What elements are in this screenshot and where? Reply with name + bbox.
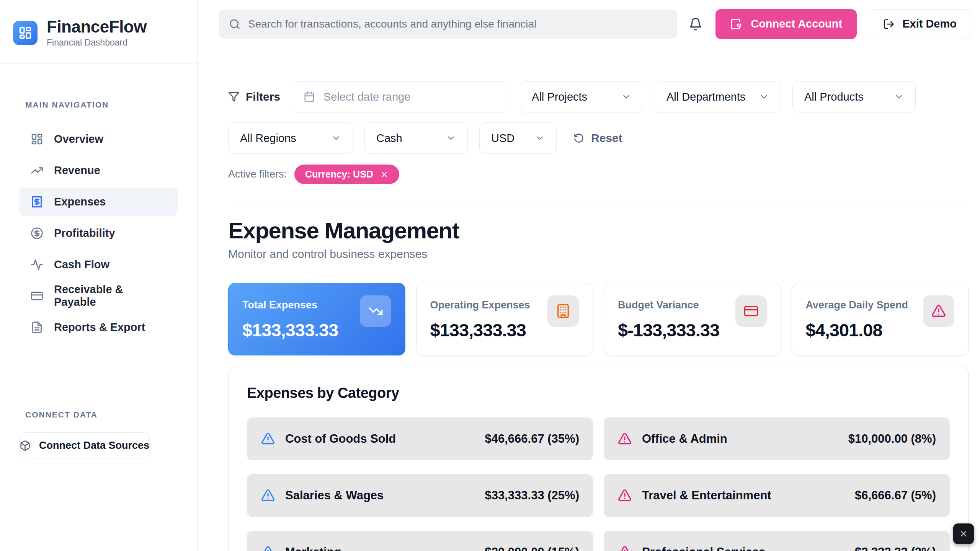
method-filter-dropdown[interactable]: Cash xyxy=(364,122,468,154)
nav-section-heading: MAIN NAVIGATION xyxy=(0,100,197,109)
region-filter-dropdown[interactable]: All Regions xyxy=(228,122,353,154)
receipt-icon xyxy=(31,196,43,208)
stat-icon-box xyxy=(923,295,954,327)
sidebar-item-label: Revenue xyxy=(54,164,100,177)
main-content: Filters Select date range All Projects A… xyxy=(198,48,980,551)
close-icon[interactable] xyxy=(380,170,389,179)
chevron-down-icon xyxy=(446,133,456,143)
search-bar[interactable] xyxy=(219,10,677,39)
category-name: Marketing xyxy=(285,545,341,551)
sidebar-item-overview[interactable]: Overview xyxy=(19,125,178,153)
main-navigation: Overview Revenue Expenses Profitability … xyxy=(0,125,197,341)
sidebar-item-revenue[interactable]: Revenue xyxy=(19,156,178,184)
chevron-down-icon xyxy=(331,133,341,143)
search-input[interactable] xyxy=(248,18,667,30)
product-filter-value: All Products xyxy=(804,91,864,103)
sidebar-item-reports-export[interactable]: Reports & Export xyxy=(19,313,178,341)
category-grid: Cost of Goods Sold $46,666.67 (35%) Offi… xyxy=(247,417,950,551)
reset-filters-button[interactable]: Reset xyxy=(573,132,622,145)
sidebar-item-label: Profitability xyxy=(54,227,115,240)
sidebar-item-label: Expenses xyxy=(54,196,106,208)
currency-filter-dropdown[interactable]: USD xyxy=(479,122,557,154)
category-name: Travel & Entertainment xyxy=(642,489,771,502)
category-row-travel-entertainment: Travel & Entertainment $6,666.67 (5%) xyxy=(604,474,950,517)
connect-account-button[interactable]: Connect Account xyxy=(715,9,857,39)
sidebar-item-label: Receivable & Payable xyxy=(54,283,167,308)
filter-icon xyxy=(228,91,240,103)
alert-triangle-icon xyxy=(617,488,632,503)
chevron-down-icon xyxy=(894,92,904,102)
department-filter-value: All Departments xyxy=(666,91,745,103)
product-filter-dropdown[interactable]: All Products xyxy=(792,81,916,112)
sidebar-item-receivable-payable[interactable]: Receivable & Payable xyxy=(19,282,178,310)
topbar-actions: Connect Account Exit Demo xyxy=(689,9,970,39)
department-filter-dropdown[interactable]: All Departments xyxy=(655,81,781,112)
filters-row-1: Filters Select date range All Projects A… xyxy=(228,81,969,112)
category-value: $20,000.00 (15%) xyxy=(485,545,579,551)
layout-dashboard-icon xyxy=(31,133,43,145)
date-range-placeholder: Select date range xyxy=(323,91,410,103)
date-range-picker[interactable]: Select date range xyxy=(292,81,508,112)
exit-demo-button[interactable]: Exit Demo xyxy=(870,9,970,39)
logout-icon xyxy=(883,18,895,30)
app-logo xyxy=(13,21,38,45)
project-filter-dropdown[interactable]: All Projects xyxy=(520,81,643,112)
trending-up-icon xyxy=(31,164,43,177)
category-name: Office & Admin xyxy=(642,432,727,446)
sidebar-item-label: Reports & Export xyxy=(54,321,145,334)
sidebar-item-label: Overview xyxy=(54,133,103,145)
category-name: Professional Services xyxy=(642,545,765,551)
category-name: Cost of Goods Sold xyxy=(285,432,396,446)
alert-triangle-icon xyxy=(261,488,275,503)
chevron-down-icon xyxy=(535,133,545,143)
category-value: $33,333.33 (25%) xyxy=(485,489,579,502)
active-filters: Active filters: Currency: USD xyxy=(228,165,969,184)
wallet-icon xyxy=(730,18,742,30)
connect-account-label: Connect Account xyxy=(751,18,842,30)
category-value: $10,000.00 (8%) xyxy=(848,432,936,446)
currency-filter-chip[interactable]: Currency: USD xyxy=(294,165,399,184)
chevron-down-icon xyxy=(621,92,631,102)
package-icon xyxy=(20,440,31,451)
sidebar-item-expenses[interactable]: Expenses xyxy=(19,187,178,216)
stat-card-total-expenses[interactable]: Total Expenses $133,333.33 xyxy=(228,283,405,355)
category-value: $6,666.67 (5%) xyxy=(855,489,936,502)
category-row-salaries-wages: Salaries & Wages $33,333.33 (25%) xyxy=(247,474,593,517)
brand: FinanceFlow Financial Dashboard xyxy=(0,0,197,64)
sidebar-item-cash-flow[interactable]: Cash Flow xyxy=(19,250,178,279)
notifications-button[interactable] xyxy=(689,17,702,31)
bell-icon xyxy=(689,17,702,31)
stat-label: Budget Variance xyxy=(618,299,719,311)
alert-triangle-icon xyxy=(617,432,632,446)
sidebar-item-profitability[interactable]: Profitability xyxy=(19,219,178,247)
reset-label: Reset xyxy=(591,132,622,145)
activity-icon xyxy=(31,258,43,271)
stat-card-operating-expenses[interactable]: Operating Expenses $133,333.33 xyxy=(416,283,593,355)
calendar-icon xyxy=(304,91,315,103)
section-divider xyxy=(228,202,969,202)
category-row-cost-of-goods-sold: Cost of Goods Sold $46,666.67 (35%) xyxy=(247,417,593,460)
connect-data-heading: CONNECT DATA xyxy=(0,410,197,419)
page-subtitle: Monitor and control business expenses xyxy=(228,248,969,261)
sidebar: FinanceFlow Financial Dashboard MAIN NAV… xyxy=(0,0,198,551)
stat-card-average-daily-spend[interactable]: Average Daily Spend $4,301.08 xyxy=(792,283,969,355)
stat-card-budget-variance[interactable]: Budget Variance $-133,333.33 xyxy=(604,283,781,355)
stat-value: $133,333.33 xyxy=(430,320,530,341)
stat-icon-box xyxy=(735,295,767,327)
filters-label: Filters xyxy=(228,90,280,103)
close-icon xyxy=(959,529,968,538)
connect-data-sources-label: Connect Data Sources xyxy=(39,440,149,452)
filters-row-2: All Regions Cash USD Reset xyxy=(228,122,969,154)
connect-data-sources-button[interactable]: Connect Data Sources xyxy=(19,432,150,458)
app-subtitle: Financial Dashboard xyxy=(47,37,147,48)
category-row-office-admin: Office & Admin $10,000.00 (8%) xyxy=(604,417,950,460)
stat-value: $4,301.08 xyxy=(806,320,908,341)
category-row-professional-services: Professional Services $3,333.33 (3%) xyxy=(604,531,950,551)
floating-close-button[interactable] xyxy=(953,523,974,544)
credit-card-icon xyxy=(31,290,43,302)
stat-icon-box xyxy=(360,295,391,327)
category-name: Salaries & Wages xyxy=(285,489,384,502)
alert-triangle-icon xyxy=(261,432,275,446)
category-row-marketing: Marketing $20,000.00 (15%) xyxy=(247,531,593,551)
category-value: $46,666.67 (35%) xyxy=(485,432,579,446)
